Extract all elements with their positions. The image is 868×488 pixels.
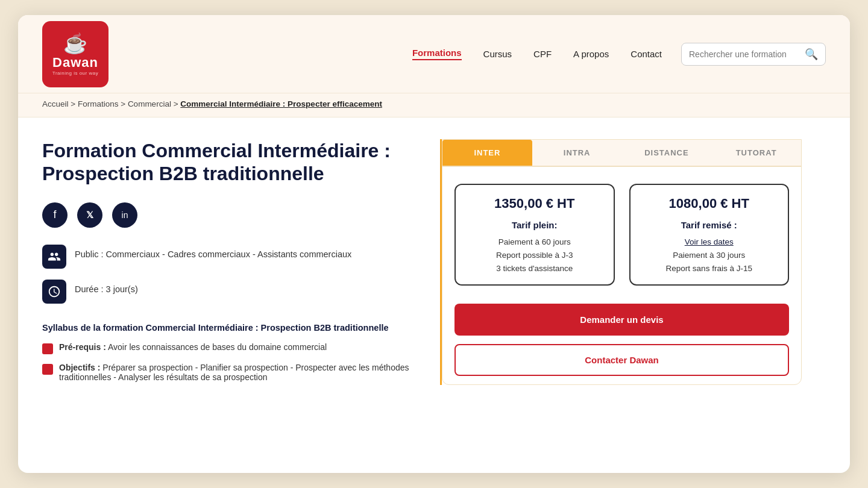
facebook-icon[interactable]: f	[42, 202, 68, 228]
search-box: 🔍	[681, 43, 826, 66]
objectifs-text: Objectifs : Préparer sa prospection - Pl…	[59, 363, 416, 382]
breadcrumb-commercial[interactable]: Commercial	[128, 99, 171, 108]
tarif-plein-detail1: Paiement à 60 jours	[498, 237, 571, 246]
action-buttons: Demander un devis Contacter Dawan	[442, 295, 801, 384]
formation-title: Formation Commercial Intermédiaire : Pro…	[42, 139, 416, 186]
pricing-panel: INTER INTRA DISTANCE TUTORAT 1350,00 € H…	[440, 139, 802, 385]
breadcrumb: Accueil > Formations > Commercial > Comm…	[18, 93, 850, 117]
right-column: INTER INTRA DISTANCE TUTORAT 1350,00 € H…	[440, 139, 802, 440]
objectifs-label: Objectifs :	[59, 363, 100, 372]
tab-tutorat[interactable]: TUTORAT	[711, 140, 801, 166]
main-content: Formation Commercial Intermédiaire : Pro…	[18, 117, 850, 455]
tarif-remise-label: Tarif remisé :	[681, 220, 737, 230]
breadcrumb-current: Commercial Intermédiaire : Prospecter ef…	[180, 99, 382, 108]
prereq-text: Pré-requis : Avoir les connaissances de …	[59, 342, 327, 352]
prereq-label: Pré-requis :	[59, 342, 106, 352]
tarif-plein-price: 1350,00 € HT	[494, 196, 574, 211]
search-icon: 🔍	[805, 48, 818, 61]
main-nav: Formations Cursus CPF A propos Contact	[412, 48, 662, 60]
info-items: Public : Commerciaux - Cadres commerciau…	[42, 245, 416, 304]
prereq-item: Pré-requis : Avoir les connaissances de …	[42, 342, 416, 354]
objectifs-dot	[42, 364, 53, 375]
nav-cpf[interactable]: CPF	[533, 49, 552, 59]
search-input[interactable]	[689, 49, 805, 59]
tarif-remise-price: 1080,00 € HT	[669, 196, 749, 211]
contacter-dawan-button[interactable]: Contacter Dawan	[454, 344, 789, 376]
public-icon	[42, 245, 66, 269]
tarif-plein-detail3: 3 tickets d'assistance	[496, 264, 573, 273]
duree-icon	[42, 280, 66, 304]
nav-cursus[interactable]: Cursus	[483, 49, 512, 59]
logo-sub: Training is our way	[52, 70, 98, 76]
logo-text: Dawan	[52, 55, 98, 70]
duree-info: Durée : 3 jour(s)	[42, 280, 416, 304]
left-column: Formation Commercial Intermédiaire : Pro…	[42, 139, 416, 440]
tarif-remise-link: Voir les dates	[685, 237, 734, 246]
demander-devis-button[interactable]: Demander un devis	[454, 304, 789, 336]
nav-formations[interactable]: Formations	[412, 48, 462, 60]
objectifs-item: Objectifs : Préparer sa prospection - Pl…	[42, 363, 416, 382]
breadcrumb-formations[interactable]: Formations	[78, 99, 119, 108]
nav-apropos[interactable]: A propos	[573, 49, 609, 59]
tarif-plein-detail2: Report possible à J-3	[496, 251, 573, 260]
public-info: Public : Commerciaux - Cadres commerciau…	[42, 245, 416, 269]
price-card-remise: 1080,00 € HT Tarif remisé : Voir les dat…	[629, 184, 790, 286]
duree-text: Durée : 3 jour(s)	[75, 280, 138, 294]
syllabus-title: Syllabus de la formation Commercial Inte…	[42, 323, 416, 333]
logo-icon: ☕	[63, 32, 87, 55]
prereq-dot	[42, 343, 53, 354]
tab-inter[interactable]: INTER	[442, 140, 532, 166]
breadcrumb-accueil[interactable]: Accueil	[42, 99, 69, 108]
prices-row: 1350,00 € HT Tarif plein: Paiement à 60 …	[442, 167, 801, 295]
logo[interactable]: ☕ Dawan Training is our way	[42, 21, 108, 87]
public-text: Public : Commerciaux - Cadres commerciau…	[75, 245, 351, 259]
pricing-tabs: INTER INTRA DISTANCE TUTORAT	[442, 140, 801, 167]
tarif-remise-detail1: Paiement à 30 jours	[673, 251, 745, 260]
social-icons: f 𝕏 in	[42, 202, 416, 228]
tarif-remise-detail2: Report sans frais à J-15	[666, 264, 752, 273]
voir-dates-link[interactable]: Voir les dates	[685, 237, 734, 246]
right-panel: INTER INTRA DISTANCE TUTORAT 1350,00 € H…	[442, 139, 802, 385]
tab-distance[interactable]: DISTANCE	[622, 140, 712, 166]
linkedin-icon[interactable]: in	[112, 202, 137, 228]
tarif-plein-label: Tarif plein:	[512, 220, 558, 230]
price-card-plein: 1350,00 € HT Tarif plein: Paiement à 60 …	[454, 184, 615, 286]
prereq-content: Avoir les connaissances de bases du doma…	[108, 342, 327, 352]
objectifs-content: Préparer sa prospection - Planifier sa p…	[59, 363, 409, 382]
tab-intra[interactable]: INTRA	[532, 140, 622, 166]
header: ☕ Dawan Training is our way Formations C…	[18, 15, 850, 93]
nav-contact[interactable]: Contact	[631, 49, 662, 59]
x-twitter-icon[interactable]: 𝕏	[77, 202, 102, 228]
